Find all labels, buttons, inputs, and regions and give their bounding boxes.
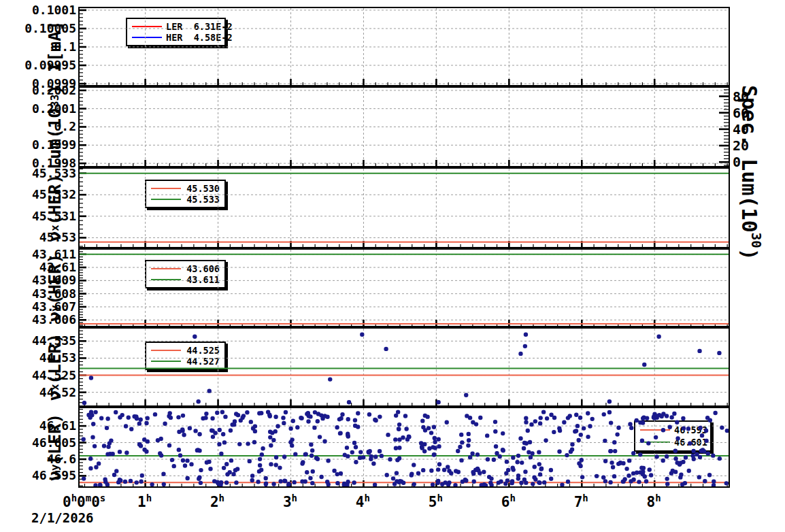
x-tick-label: 7h [574,493,588,510]
x-tick-label: 4h [356,493,370,510]
nu-x-her-plot [80,169,729,247]
current-plot [80,8,729,85]
x-tick-label: 5h [429,493,443,510]
tune-monitor-figure: 2/1/2026 LER 6.31E-2HER 4.58E-20.10010.1… [0,0,785,532]
y-axis-title-current: I[mA] [44,7,65,86]
y-axis-title-luminosity: Lum(1033) [44,86,65,167]
nu-y-ler-plot [80,408,729,486]
panel-nu-x-ler [78,327,730,407]
nu-y-her-plot [80,250,729,326]
panel-nu-y-ler [78,407,730,488]
panel-luminosity [78,86,730,167]
y-axis-title-nu-y-ler: νy(LER) [44,407,65,488]
panel-nu-x-her [78,167,730,248]
y-axis-title-nu-y-her: νy(HER) [44,248,65,327]
x-tick-label: 3h [283,493,297,510]
x-tick-label: 1h [137,493,152,510]
x-tick-label-start: 0h0m0s [63,493,105,510]
luminosity-plot [80,88,729,166]
nu-x-ler-plot [80,329,729,405]
x-tick-label: 6h [501,493,516,510]
x-tick-label: 2h [210,493,224,510]
panel-nu-y-her [78,248,730,327]
panel-current [78,7,730,86]
y-axis-title-nu-x-her: νx(HER) [44,167,65,248]
date-label: 2/1/2026 [31,510,94,525]
y-axis-title-nu-x-ler: νx(LER) [44,327,65,407]
x-tick-label: 8h [647,493,661,510]
right-axis-title: Spec. Lum(1030) [739,85,763,261]
